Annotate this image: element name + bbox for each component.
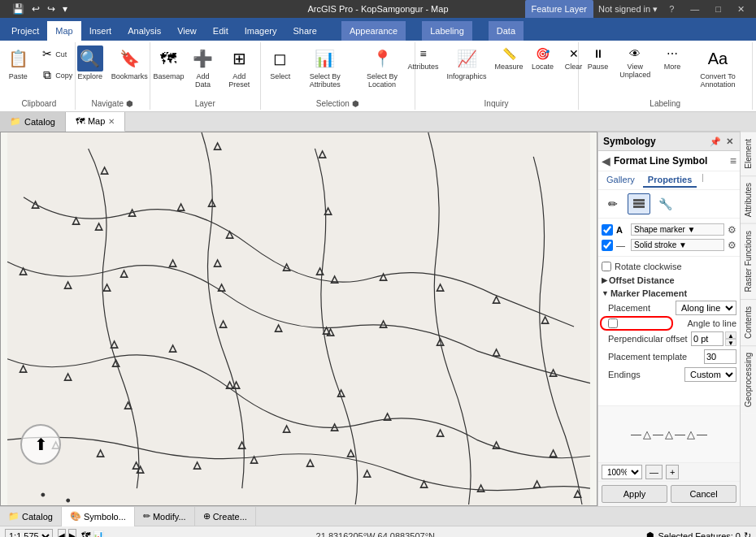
- svg-text:△: △: [283, 422, 291, 434]
- solid-stroke-check[interactable]: [602, 240, 613, 251]
- perp-offset-input[interactable]: [691, 331, 723, 346]
- catalog-bottom-tab-create[interactable]: ⊕ Create...: [195, 507, 256, 526]
- scale-select[interactable]: 1:1,575: [5, 529, 53, 538]
- locate-btn[interactable]: 🎯 Locate: [528, 44, 558, 72]
- marker-placement-section[interactable]: ▼ Marker Placement: [602, 286, 736, 299]
- refresh-btn[interactable]: ↻: [744, 531, 751, 537]
- endings-label: Endings: [608, 370, 641, 379]
- svg-text:△: △: [208, 197, 216, 208]
- more-btn[interactable]: ⋯ More: [658, 44, 687, 72]
- contents-side-tab[interactable]: Contents: [741, 299, 756, 345]
- help-btn[interactable]: ?: [664, 4, 679, 14]
- add-preset-btn[interactable]: ⊞ Add Preset: [220, 44, 258, 90]
- placement-template-input[interactable]: [704, 349, 736, 364]
- tab-analysis[interactable]: Analysis: [119, 21, 169, 41]
- layers-tool[interactable]: [628, 193, 650, 214]
- catalog-bottom-tab-modify[interactable]: ✏ Modify...: [135, 507, 195, 526]
- gallery-tab[interactable]: Gallery: [602, 173, 640, 188]
- view-unplaced-btn[interactable]: 👁 View Unplaced: [615, 44, 656, 80]
- shape-marker-dropdown[interactable]: Shape marker ▼: [631, 223, 724, 236]
- select-by-loc-btn[interactable]: 📍 Select By Location: [355, 44, 410, 90]
- endings-dropdown[interactable]: Custom: [684, 367, 736, 382]
- placement-dropdown[interactable]: Along line: [676, 301, 736, 315]
- perp-offset-up[interactable]: ▲: [725, 331, 736, 339]
- not-signed-in[interactable]: Not signed in ▾: [598, 4, 658, 15]
- shape-marker-check[interactable]: [602, 224, 613, 236]
- map-tab-close[interactable]: ✕: [108, 117, 115, 126]
- undo-btn[interactable]: ↩: [29, 3, 42, 15]
- save-btn[interactable]: 💾: [10, 3, 27, 15]
- zoom-minus-btn[interactable]: —: [645, 465, 663, 479]
- basemap-btn[interactable]: 🗺 Basemap: [152, 44, 185, 82]
- tab-imagery[interactable]: Imagery: [237, 21, 285, 41]
- offset-distance-section[interactable]: ▶ Offset Distance: [602, 273, 736, 286]
- select-btn[interactable]: ◻ Select: [266, 44, 295, 82]
- rotate-clockwise-check[interactable]: [602, 262, 611, 271]
- tab-labeling[interactable]: Labeling: [422, 21, 472, 41]
- quick-access-toolbar[interactable]: 💾 ↩ ↪ ▾: [7, 3, 73, 15]
- minimize-btn[interactable]: —: [685, 4, 704, 14]
- tab-insert[interactable]: Insert: [81, 21, 120, 41]
- marker-triangle: ▼: [602, 289, 609, 297]
- paste-btn[interactable]: 📋 Paste: [2, 44, 34, 82]
- maximize-btn[interactable]: □: [710, 4, 726, 14]
- shape-marker-edit-btn[interactable]: ⚙: [728, 224, 736, 236]
- select-by-attr-btn[interactable]: 📊 Select By Attributes: [297, 44, 354, 90]
- zoom-select[interactable]: 100%: [602, 465, 642, 479]
- panel-close-btn[interactable]: ✕: [724, 136, 735, 147]
- svg-text:△: △: [177, 201, 185, 212]
- basemap-icon: 🗺: [155, 45, 181, 71]
- pencil-tool[interactable]: ✏: [602, 193, 624, 214]
- tab-project[interactable]: Project: [3, 21, 47, 41]
- catalog-bottom-tab-catalog[interactable]: 📁 Catalog: [0, 507, 62, 526]
- tab-map-doc[interactable]: 🗺 Map ✕: [66, 112, 125, 132]
- cut-btn[interactable]: ✂ Cut: [36, 44, 76, 63]
- convert-to-annotation-btn[interactable]: Aa Convert To Annotation: [689, 44, 747, 90]
- infographics-btn[interactable]: 📈 Infographics: [444, 44, 490, 82]
- cancel-btn[interactable]: Cancel: [671, 485, 736, 503]
- zoom-plus-btn[interactable]: +: [666, 465, 679, 479]
- copy-btn[interactable]: ⧉ Copy: [36, 65, 76, 84]
- add-data-btn[interactable]: ➕ Add Data: [187, 44, 219, 90]
- catalog-bottom-tab-symbology[interactable]: 🎨 Symbolo...: [62, 507, 135, 526]
- properties-tab[interactable]: Properties: [643, 173, 697, 188]
- apply-btn[interactable]: Apply: [602, 485, 667, 503]
- measure-btn[interactable]: 📏 Measure: [492, 44, 527, 72]
- divider: |: [702, 173, 704, 188]
- tab-share[interactable]: Share: [285, 21, 325, 41]
- close-btn[interactable]: ✕: [732, 4, 749, 15]
- tab-edit[interactable]: Edit: [205, 21, 237, 41]
- more-icon: ⋯: [664, 45, 680, 62]
- tab-map[interactable]: Map: [47, 21, 80, 41]
- solid-stroke-edit-btn[interactable]: ⚙: [728, 240, 736, 251]
- element-side-tab[interactable]: Element: [741, 132, 756, 175]
- tab-catalog[interactable]: 📁 Catalog: [0, 112, 66, 132]
- redo-btn[interactable]: ↪: [45, 3, 58, 15]
- angle-to-line-check[interactable]: [608, 318, 618, 328]
- wrench-tool[interactable]: 🔧: [654, 193, 676, 214]
- explore-btn[interactable]: 🔍 Explore: [74, 44, 106, 82]
- map-area[interactable]: △ △ △ △ △ △ △ △ △ △ △ △ △ △ △ △ △ △ △ △: [0, 132, 597, 506]
- panel-pin-btn[interactable]: 📌: [708, 136, 723, 147]
- symb-property-tabs: Gallery Properties |: [598, 171, 740, 190]
- tab-view[interactable]: View: [169, 21, 205, 41]
- format-line-symbol-title: Format Line Symbol: [614, 155, 727, 167]
- bookmarks-btn[interactable]: 🔖 Bookmarks: [108, 44, 151, 82]
- perp-offset-down[interactable]: ▼: [725, 339, 736, 346]
- pause-btn[interactable]: ⏸ Pause: [584, 44, 613, 72]
- attributes-side-tab[interactable]: Attributes: [741, 175, 756, 223]
- svg-text:△: △: [283, 261, 291, 272]
- symb-menu-btn[interactable]: ≡: [730, 154, 736, 167]
- geoprocessing-side-tab[interactable]: Geoprocessing: [741, 345, 756, 414]
- raster-functions-side-tab[interactable]: Raster Functions: [741, 223, 756, 299]
- scale-fwd-btn[interactable]: ▶: [68, 529, 76, 538]
- symb-back-btn[interactable]: ◀: [602, 154, 610, 167]
- shape-marker-letter: A: [616, 225, 628, 235]
- qat-menu-btn[interactable]: ▾: [60, 3, 70, 15]
- attributes-btn[interactable]: ≡ Attributes: [405, 44, 442, 72]
- tab-data[interactable]: Data: [489, 21, 524, 41]
- solid-stroke-dropdown[interactable]: Solid stroke ▼: [631, 239, 724, 251]
- scale-back-btn[interactable]: ◀: [58, 529, 66, 538]
- svg-text:△: △: [226, 228, 234, 240]
- tab-appearance[interactable]: Appearance: [341, 21, 406, 41]
